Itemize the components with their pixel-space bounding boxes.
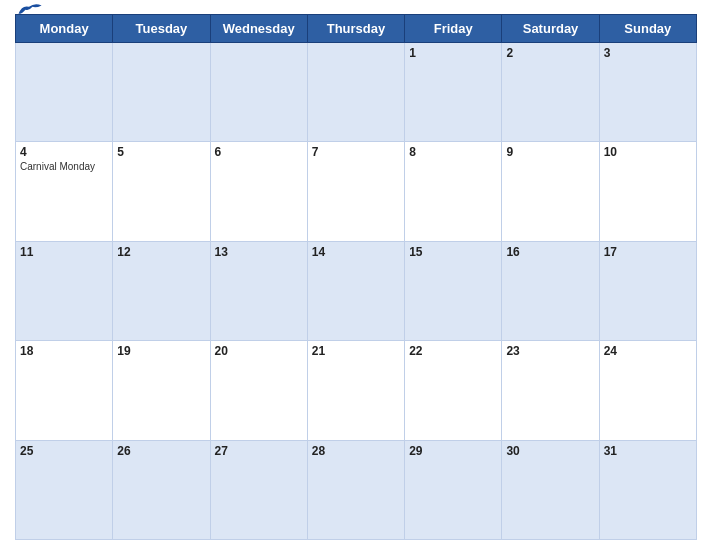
day-number: 29 <box>409 444 497 458</box>
weekday-header-row: MondayTuesdayWednesdayThursdayFridaySatu… <box>16 15 697 43</box>
calendar-day-cell: 26 <box>113 440 210 539</box>
calendar-day-cell: 23 <box>502 341 599 440</box>
calendar-day-cell: 27 <box>210 440 307 539</box>
logo-bird-icon <box>15 1 43 19</box>
day-number: 1 <box>409 46 497 60</box>
calendar-day-cell: 11 <box>16 241 113 340</box>
calendar-table: MondayTuesdayWednesdayThursdayFridaySatu… <box>15 14 697 540</box>
day-number: 5 <box>117 145 205 159</box>
calendar-day-cell: 28 <box>307 440 404 539</box>
calendar-day-cell: 25 <box>16 440 113 539</box>
day-number: 2 <box>506 46 594 60</box>
day-number: 18 <box>20 344 108 358</box>
event-label: Carnival Monday <box>20 161 108 172</box>
day-number: 12 <box>117 245 205 259</box>
day-number: 23 <box>506 344 594 358</box>
calendar-day-cell: 30 <box>502 440 599 539</box>
weekday-header-tuesday: Tuesday <box>113 15 210 43</box>
calendar-day-cell: 7 <box>307 142 404 241</box>
day-number: 15 <box>409 245 497 259</box>
calendar-day-cell: 19 <box>113 341 210 440</box>
calendar-day-cell: 10 <box>599 142 696 241</box>
day-number: 24 <box>604 344 692 358</box>
calendar-day-cell <box>113 43 210 142</box>
calendar-day-cell: 14 <box>307 241 404 340</box>
weekday-header-wednesday: Wednesday <box>210 15 307 43</box>
calendar-day-cell: 12 <box>113 241 210 340</box>
day-number: 28 <box>312 444 400 458</box>
calendar-week-row: 4Carnival Monday5678910 <box>16 142 697 241</box>
day-number: 19 <box>117 344 205 358</box>
calendar-day-cell: 31 <box>599 440 696 539</box>
calendar-day-cell <box>210 43 307 142</box>
calendar-day-cell: 13 <box>210 241 307 340</box>
day-number: 16 <box>506 245 594 259</box>
day-number: 25 <box>20 444 108 458</box>
calendar-day-cell: 6 <box>210 142 307 241</box>
calendar-week-row: 18192021222324 <box>16 341 697 440</box>
day-number: 13 <box>215 245 303 259</box>
day-number: 7 <box>312 145 400 159</box>
day-number: 6 <box>215 145 303 159</box>
calendar-day-cell: 20 <box>210 341 307 440</box>
calendar-day-cell: 3 <box>599 43 696 142</box>
calendar-day-cell: 5 <box>113 142 210 241</box>
calendar-week-row: 25262728293031 <box>16 440 697 539</box>
calendar-day-cell <box>307 43 404 142</box>
day-number: 3 <box>604 46 692 60</box>
calendar-day-cell: 4Carnival Monday <box>16 142 113 241</box>
day-number: 14 <box>312 245 400 259</box>
calendar-day-cell: 18 <box>16 341 113 440</box>
logo <box>15 1 43 19</box>
day-number: 27 <box>215 444 303 458</box>
calendar-day-cell: 17 <box>599 241 696 340</box>
day-number: 31 <box>604 444 692 458</box>
day-number: 26 <box>117 444 205 458</box>
day-number: 11 <box>20 245 108 259</box>
calendar-day-cell: 16 <box>502 241 599 340</box>
day-number: 8 <box>409 145 497 159</box>
day-number: 30 <box>506 444 594 458</box>
weekday-header-saturday: Saturday <box>502 15 599 43</box>
weekday-header-sunday: Sunday <box>599 15 696 43</box>
weekday-header-friday: Friday <box>405 15 502 43</box>
day-number: 10 <box>604 145 692 159</box>
calendar-day-cell: 22 <box>405 341 502 440</box>
day-number: 21 <box>312 344 400 358</box>
calendar-day-cell: 24 <box>599 341 696 440</box>
calendar-day-cell <box>16 43 113 142</box>
calendar-day-cell: 1 <box>405 43 502 142</box>
calendar-day-cell: 29 <box>405 440 502 539</box>
day-number: 22 <box>409 344 497 358</box>
calendar-day-cell: 21 <box>307 341 404 440</box>
day-number: 9 <box>506 145 594 159</box>
weekday-header-thursday: Thursday <box>307 15 404 43</box>
calendar-day-cell: 9 <box>502 142 599 241</box>
calendar-day-cell: 2 <box>502 43 599 142</box>
day-number: 20 <box>215 344 303 358</box>
day-number: 17 <box>604 245 692 259</box>
day-number: 4 <box>20 145 108 159</box>
calendar-week-row: 11121314151617 <box>16 241 697 340</box>
calendar-week-row: 123 <box>16 43 697 142</box>
calendar-day-cell: 15 <box>405 241 502 340</box>
calendar-day-cell: 8 <box>405 142 502 241</box>
